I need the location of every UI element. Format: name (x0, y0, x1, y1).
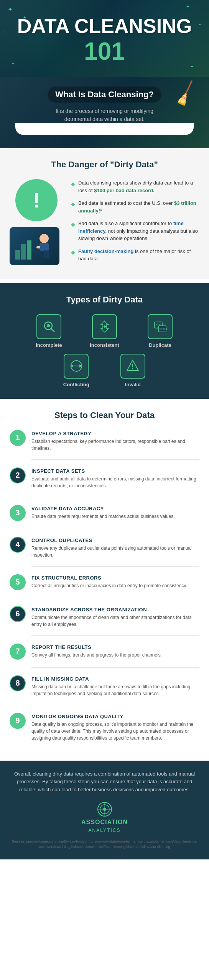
step-title-5: FIX STRUCTURAL ERRORS (31, 575, 199, 581)
step-divider-2 (31, 497, 199, 497)
step-content-2: INSPECT DATA SETS Evaluate and audit all… (31, 467, 199, 489)
step-title-7: REPORT THE RESULTS (31, 644, 199, 650)
step-content-4: CONTROL DUPLICATES Remove any duplicate … (31, 537, 199, 559)
footer-section: Overall, cleaning dirty data requires a … (0, 761, 209, 859)
step-number-6: 6 (10, 606, 26, 622)
svg-rect-5 (36, 246, 40, 248)
danger-title: The Danger of "Dirty Data" (10, 160, 199, 170)
step-content-3: VALIDATE DATA ACCURACY Ensure data meets… (31, 505, 199, 520)
types-section: Types of Dirty Data Incomplete (0, 283, 209, 399)
step-content-9: MONITOR ONGOING DATA QUALITY Data qualit… (31, 713, 199, 742)
type-icon-incomplete (36, 314, 61, 339)
step-desc-3: Ensure data meets requirements and match… (31, 513, 199, 520)
highlight-faulty: Faulty decision-making (78, 248, 133, 254)
svg-point-11 (104, 325, 106, 328)
step-1: 1 DEVELOP A STRATEGY Establish expectati… (10, 430, 199, 452)
step-number-5: 5 (10, 574, 26, 590)
svg-rect-2 (27, 240, 31, 260)
step-divider-8 (31, 705, 199, 705)
step-desc-8: Missing data can be a challenge but ther… (31, 683, 199, 697)
step-desc-6: Communicate the importance of clean data… (31, 614, 199, 628)
highlight-time: time inefficiency, (78, 220, 184, 234)
svg-line-9 (51, 328, 54, 332)
type-invalid: ! Invalid (107, 354, 158, 387)
step-2: 2 INSPECT DATA SETS Evaluate and audit a… (10, 467, 199, 489)
type-inconsistent: Inconsistent (80, 314, 130, 348)
type-icon-duplicate: 01010 00101 01010 (148, 314, 173, 339)
type-icon-conflicting (64, 354, 89, 379)
svg-rect-1 (21, 244, 26, 260)
step-content-1: DEVELOP A STRATEGY Establish expectation… (31, 430, 199, 452)
step-8: 8 FILL IN MISSING DATA Missing data can … (10, 675, 199, 697)
type-label-duplicate: Duplicate (149, 342, 171, 348)
svg-text:!: ! (132, 363, 133, 370)
step-desc-5: Correct all irregularities or inaccuraci… (31, 582, 199, 589)
step-number-7: 7 (10, 644, 26, 660)
step-number-8: 8 (10, 675, 26, 691)
what-is-title: What Is Data Cleansing? (48, 87, 161, 103)
bullet-icon: ◆ (71, 180, 75, 188)
step-desc-7: Convey all findings, trends and progress… (31, 652, 199, 658)
step-number-9: 9 (10, 713, 26, 729)
type-duplicate: 01010 00101 01010 Duplicate (135, 314, 185, 348)
type-icon-invalid: ! (120, 354, 145, 379)
steps-title: Steps to Clean Your Data (10, 410, 199, 420)
step-title-1: DEVELOP A STRATEGY (31, 431, 199, 436)
danger-right: ◆ Data cleansing reports show dirty data… (71, 179, 199, 268)
svg-rect-4 (39, 243, 49, 251)
svg-rect-6 (44, 250, 46, 258)
brand-logo-icon (95, 802, 114, 817)
step-title-9: MONITOR ONGOING DATA QUALITY (31, 714, 199, 719)
bullet-icon-4: ◆ (71, 248, 75, 256)
step-desc-4: Remove any duplicate and outlier data po… (31, 545, 199, 559)
footer-summary: Overall, cleaning dirty data requires a … (12, 770, 197, 794)
type-label-inconsistent: Inconsistent (90, 342, 119, 348)
step-title-2: INSPECT DATA SETS (31, 468, 199, 474)
step-number-1: 1 (10, 430, 26, 446)
svg-marker-19 (70, 364, 73, 368)
danger-item-4: ◆ Faulty decision-making is one of the m… (71, 248, 199, 263)
warning-icon: ! (15, 179, 58, 221)
step-divider-4 (31, 566, 199, 567)
danger-section: The Danger of "Dirty Data" ! (0, 148, 209, 279)
step-number-3: 3 (10, 505, 26, 521)
type-conflicting: Conflicting (51, 354, 102, 387)
step-7: 7 REPORT THE RESULTS Convey all findings… (10, 644, 199, 660)
danger-item-3: ◆ Bad data is also a significant contrib… (71, 220, 199, 242)
section-divider (15, 123, 194, 135)
bullet-icon-3: ◆ (71, 220, 75, 229)
step-3: 3 VALIDATE DATA ACCURACY Ensure data mee… (10, 505, 199, 521)
svg-marker-20 (79, 364, 82, 368)
danger-content: ! ◆ Data cleansing (10, 179, 199, 268)
danger-item-1: ◆ Data cleansing reports show dirty data… (71, 179, 199, 194)
step-number-4: 4 (10, 537, 26, 553)
step-divider-6 (31, 635, 199, 636)
types-row1: Incomplete Inconsistent 01010 00101 (24, 314, 185, 348)
step-title-6: STANDARDIZE ACROSS THE ORGANIZATION (31, 607, 199, 612)
header-section: ✦ ✦ ✦ ✦ ✦ ✦ ✦ DATA CLEANSING 101 (0, 0, 209, 77)
bullet-icon-2: ◆ (71, 200, 75, 208)
step-desc-9: Data quality is an ongoing process, so i… (31, 721, 199, 742)
what-is-description: It is the process of removing or modifyi… (43, 107, 166, 123)
squeegee-icon: 🧹 (171, 79, 201, 108)
step-divider-1 (31, 459, 199, 460)
type-label-invalid: Invalid (125, 382, 141, 387)
step-content-6: STANDARDIZE ACROSS THE ORGANIZATION Comm… (31, 606, 199, 628)
what-is-section: 🧹 What Is Data Cleansing? It is the proc… (0, 77, 209, 148)
person-illustration (13, 229, 56, 263)
steps-section: Steps to Clean Your Data 1 DEVELOP A STR… (0, 399, 209, 761)
step-title-4: CONTROL DUPLICATES (31, 537, 199, 543)
type-incomplete: Incomplete (24, 314, 74, 348)
step-divider-5 (31, 598, 199, 598)
svg-text:01010: 01010 (160, 328, 167, 330)
steps-container: 1 DEVELOP A STRATEGY Establish expectati… (10, 430, 199, 742)
step-title-3: VALIDATE DATA ACCURACY (31, 506, 199, 511)
step-divider-3 (31, 529, 199, 529)
svg-point-10 (47, 324, 50, 327)
step-number-2: 2 (10, 467, 26, 483)
brand-sub: ANALYTICS (89, 828, 121, 833)
step-divider-7 (31, 667, 199, 668)
step-content-7: REPORT THE RESULTS Convey all findings, … (31, 644, 199, 658)
step-content-8: FILL IN MISSING DATA Missing data can be… (31, 675, 199, 697)
step-content-5: FIX STRUCTURAL ERRORS Correct all irregu… (31, 574, 199, 589)
